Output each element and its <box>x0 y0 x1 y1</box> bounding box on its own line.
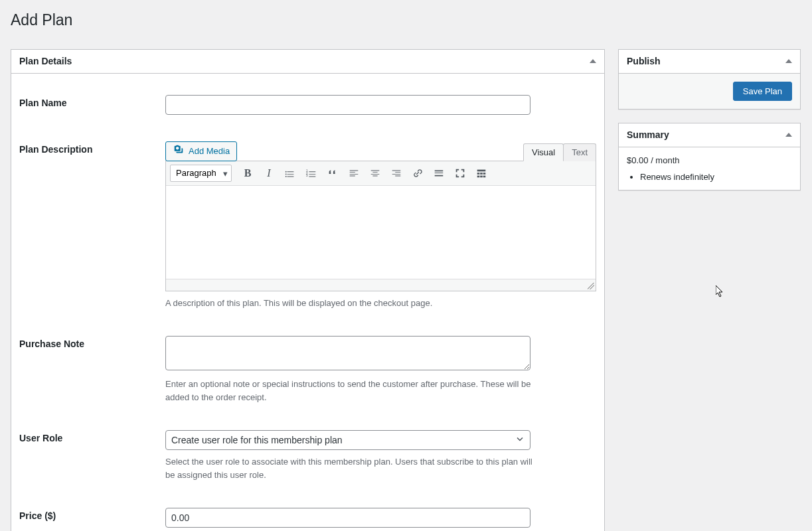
plan-name-label: Plan Name <box>19 95 165 115</box>
svg-rect-6 <box>483 173 486 175</box>
link-button[interactable] <box>408 164 427 183</box>
summary-renew-item: Renews indefinitely <box>640 172 792 182</box>
svg-rect-9 <box>483 175 486 177</box>
format-select[interactable]: Paragraph <box>170 165 232 182</box>
svg-rect-5 <box>480 173 483 175</box>
summary-header[interactable]: Summary <box>619 123 800 147</box>
user-role-select[interactable]: Create user role for this membership pla… <box>165 430 530 450</box>
collapse-icon <box>590 59 596 63</box>
collapse-icon <box>785 133 792 137</box>
toolbar-toggle-button[interactable] <box>472 164 491 183</box>
plan-details-header[interactable]: Plan Details <box>11 50 604 74</box>
user-role-help: Select the user role to associate with t… <box>165 455 537 481</box>
italic-button[interactable]: I <box>260 164 278 183</box>
align-center-button[interactable] <box>366 164 384 183</box>
purchase-note-textarea[interactable] <box>165 336 530 370</box>
align-left-button[interactable] <box>345 164 363 183</box>
add-media-button[interactable]: Add Media <box>165 141 237 161</box>
publish-panel: Publish Save Plan <box>618 49 801 110</box>
description-editor[interactable] <box>166 186 596 279</box>
svg-text:3: 3 <box>306 174 308 177</box>
tab-visual[interactable]: Visual <box>523 143 564 161</box>
plan-name-input[interactable] <box>165 95 530 115</box>
add-media-label: Add Media <box>189 146 230 156</box>
description-help: A description of this plan. This will be… <box>165 297 564 310</box>
fullscreen-button[interactable] <box>451 164 469 183</box>
page-title: Add Plan <box>11 11 801 31</box>
bold-button[interactable]: B <box>238 164 257 183</box>
svg-rect-7 <box>477 175 480 177</box>
purchase-note-label: Purchase Note <box>19 336 165 404</box>
media-icon <box>173 144 185 158</box>
bullet-list-button[interactable] <box>281 164 299 183</box>
plan-description-label: Plan Description <box>19 141 165 310</box>
quote-button[interactable] <box>323 164 342 183</box>
plan-details-panel: Plan Details Plan Name Plan Description <box>11 49 605 531</box>
summary-title: Summary <box>627 129 669 140</box>
svg-rect-8 <box>480 175 483 177</box>
price-input[interactable] <box>165 508 530 528</box>
publish-header[interactable]: Publish <box>619 50 800 74</box>
save-plan-button[interactable]: Save Plan <box>733 82 792 101</box>
cursor-icon <box>716 285 725 299</box>
align-right-button[interactable] <box>387 164 406 183</box>
user-role-label: User Role <box>19 430 165 481</box>
svg-rect-4 <box>477 173 480 175</box>
plan-details-title: Plan Details <box>19 56 72 66</box>
editor-status-bar <box>166 279 596 291</box>
svg-rect-3 <box>477 169 486 171</box>
publish-title: Publish <box>627 56 661 66</box>
tab-text[interactable]: Text <box>563 143 596 161</box>
summary-price: $0.00 / month <box>627 155 792 165</box>
price-label: Price ($) <box>19 508 165 531</box>
purchase-note-help: Enter an optional note or special instru… <box>165 378 537 404</box>
collapse-icon <box>785 59 792 63</box>
read-more-button[interactable] <box>430 164 448 183</box>
number-list-button[interactable]: 123 <box>302 164 321 183</box>
summary-panel: Summary $0.00 / month Renews indefinitel… <box>618 123 801 190</box>
